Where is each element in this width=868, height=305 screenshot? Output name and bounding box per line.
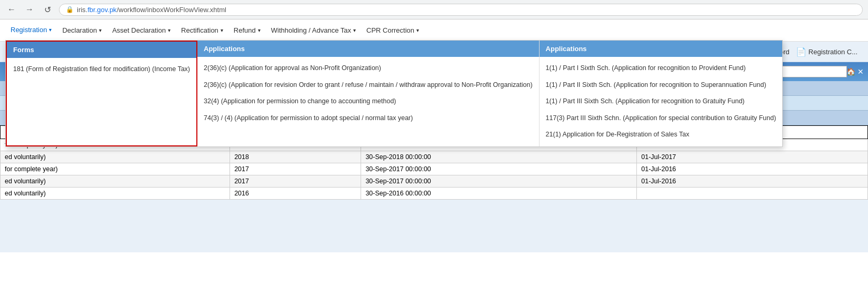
top-navigation: Registration ▾ Forms 181 (Form of Regist… [0,19,868,42]
browser-chrome: ← → ↺ 🔒 iris.fbr.gov.pk/workflow/inboxWo… [0,0,868,19]
nav-cpr-correction-label: CPR Correction [366,26,414,34]
app-236c-1-item[interactable]: 2(36)(c) (Application for approval as No… [197,60,539,77]
nav-registration-caret: ▾ [49,27,52,33]
app-11-3-item[interactable]: 1(1) / Part III Sixth Sch. (Application … [540,93,783,110]
registration-dropdown: Forms 181 (Form of Registration filed fo… [5,40,783,147]
nav-rectification-label: Rectification [181,26,218,34]
home-icon[interactable]: 🏠 [846,67,855,76]
applications2-items: 1(1) / Part I Sixth Sch. (Application fo… [540,57,783,146]
app-11-1-item[interactable]: 1(1) / Part I Sixth Sch. (Application fo… [540,60,783,77]
nav-declaration[interactable]: Declaration ▾ [57,20,107,41]
nav-asset-declaration-label: Asset Declaration [112,26,166,34]
applications2-header: Applications [540,41,783,57]
forms-header: Forms [7,42,196,58]
forward-button[interactable]: → [23,3,36,16]
lock-icon: 🔒 [66,6,74,13]
app-211-item[interactable]: 21(1) Application for De-Registration of… [540,126,783,143]
nav-rectification-caret: ▾ [221,27,223,33]
registration-cert-label: Registration C... [809,48,857,56]
nav-registration[interactable]: Registration ▾ Forms 181 (Form of Regist… [5,19,57,41]
form-181-item[interactable]: 181 (Form of Registration filed for modi… [7,61,196,78]
row-1-period-start: 01-Jul-2017 [637,151,868,163]
nav-asset-declaration[interactable]: Asset Declaration ▾ [107,20,176,41]
forms-items: 181 (Form of Registration filed for modi… [7,58,196,81]
row-4-due-date: 30-Sep-2016 00:00:00 [361,188,637,200]
nav-withholding[interactable]: Withholding / Advance Tax ▾ [266,20,361,41]
nav-refund[interactable]: Refund ▾ [228,20,266,41]
table-row: ed voluntarily) 2018 30-Sep-2018 00:00:0… [1,151,868,163]
registration-cert-icon: 📄 [796,47,806,57]
row-2-due-date: 30-Sep-2017 00:00:00 [361,163,637,175]
nav-rectification[interactable]: Rectification ▾ [176,20,228,41]
nav-registration-label: Registration [11,26,47,34]
row-3-text: ed voluntarily) [1,175,230,188]
applications1-column: Applications 2(36)(c) (Application for a… [197,41,540,146]
app-236c-2-item[interactable]: 2(36)(c) (Application for revision Order… [197,77,539,94]
nav-cpr-correction-caret: ▾ [416,27,419,33]
nav-cpr-correction[interactable]: CPR Correction ▾ [361,20,424,41]
url-text: iris.fbr.gov.pk/workflow/inboxWorkFlowVi… [77,6,226,14]
app-117-item[interactable]: 117(3) Part III Sixth Schn. (Application… [540,110,783,127]
url-path: /workflow/inboxWorkFlowView.xhtml [117,6,226,14]
band-icons: 🏠 ✕ [846,67,864,76]
forms-column: Forms 181 (Form of Registration filed fo… [6,41,197,146]
row-1-text: ed voluntarily) [1,151,230,163]
nav-declaration-caret: ▾ [99,27,102,33]
applications1-header: Applications [197,41,539,57]
row-4-text: ed voluntarily) [1,188,230,200]
applications2-column: Applications 1(1) / Part I Sixth Sch. (A… [540,41,783,146]
back-button[interactable]: ← [5,3,18,16]
row-1-tax-year: 2018 [230,151,361,163]
app-743-item[interactable]: 74(3) / (4) (Application for permission … [197,110,539,127]
refresh-button[interactable]: ↺ [41,3,54,16]
url-prefix: iris. [77,6,87,14]
row-2-tax-year: 2017 [230,163,361,175]
app-324-item[interactable]: 32(4) (Application for permission to cha… [197,93,539,110]
table-row: ed voluntarily) 2016 30-Sep-2016 00:00:0… [1,188,868,200]
url-domain: fbr.gov.pk [87,6,116,14]
nav-withholding-caret: ▾ [353,27,356,33]
nav-refund-label: Refund [234,26,256,34]
row-4-period-start [637,188,868,200]
registration-cert-action[interactable]: 📄 Registration C... [796,47,857,57]
nav-withholding-label: Withholding / Advance Tax [271,26,351,34]
row-4-tax-year: 2016 [230,188,361,200]
table-row: for complete year) 2017 30-Sep-2017 00:0… [1,163,868,175]
row-1-due-date: 30-Sep-2018 00:00:00 [361,151,637,163]
app-11-2-item[interactable]: 1(1) / Part II Sixth Sch. (Application f… [540,77,783,94]
nav-asset-declaration-caret: ▾ [168,27,171,33]
row-3-tax-year: 2017 [230,175,361,188]
address-bar[interactable]: 🔒 iris.fbr.gov.pk/workflow/inboxWorkFlow… [59,4,863,16]
nav-declaration-label: Declaration [62,26,97,34]
row-2-period-start: 01-Jul-2016 [637,163,868,175]
expand-icon[interactable]: ✕ [857,67,864,76]
table-row: ed voluntarily) 2017 30-Sep-2017 00:00:0… [1,175,868,188]
row-3-period-start: 01-Jul-2016 [637,175,868,188]
row-2-text: for complete year) [1,163,230,175]
nav-refund-caret: ▾ [258,27,261,33]
applications1-items: 2(36)(c) (Application for approval as No… [197,57,539,130]
row-3-due-date: 30-Sep-2017 00:00:00 [361,175,637,188]
